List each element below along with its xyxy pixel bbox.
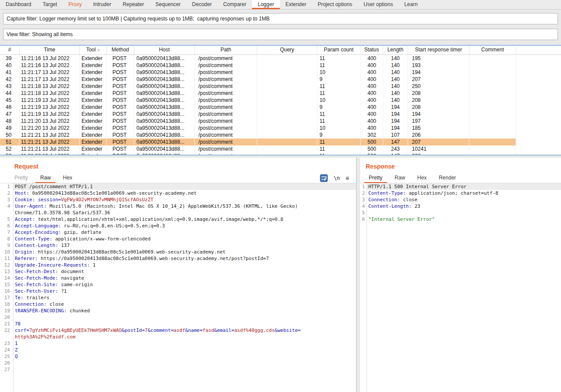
response-line-text: HTTP/1.1 500 Internal Server Error	[367, 183, 561, 190]
log-row[interactable]: 4911:21:20 13 Jul 2022ExtenderPOST0a9500…	[0, 125, 561, 132]
line-number: 27	[0, 366, 13, 373]
log-cell: 11	[317, 62, 360, 69]
column-header-length[interactable]: Length	[383, 46, 408, 54]
log-row[interactable]: 4811:21:20 13 Jul 2022ExtenderPOST0a9500…	[0, 118, 561, 125]
request-line: 22csrf=7gYzhMCiFvi4gBEyUEEk7HmHSHM7xWAO&…	[0, 327, 356, 340]
top-tab-project-options[interactable]: Project options	[312, 0, 358, 9]
log-cell	[257, 62, 317, 69]
column-header-status[interactable]: Status	[360, 46, 383, 54]
column-header-num[interactable]: #	[0, 46, 20, 54]
request-tab-hex[interactable]: Hex	[58, 173, 77, 183]
response-tab-hex[interactable]: Hex	[412, 173, 431, 183]
log-cell: 0a9500020413d88...	[134, 55, 195, 62]
column-header-time[interactable]: Time	[20, 46, 80, 54]
request-editor[interactable]: 1POST /post/comment HTTP/1.12Host: 0a950…	[0, 183, 356, 392]
log-row[interactable]: 5111:21:21 13 Jul 2022ExtenderPOST0a9500…	[0, 139, 561, 145]
log-cell: /post/comment	[195, 132, 257, 139]
top-tab-dashboard[interactable]: Dashboard	[0, 0, 37, 9]
column-header-comment[interactable]: Comment	[469, 46, 516, 54]
log-cell: 0a9500020413d88...	[134, 132, 195, 139]
column-header-param-count[interactable]: Param count	[317, 46, 360, 54]
request-line-text: tRANSFER-ENCODING: chunked	[13, 308, 356, 314]
log-cell: POST	[107, 90, 134, 97]
log-cell	[469, 118, 516, 125]
log-cell: /post/comment	[195, 97, 257, 104]
log-cell: 194	[383, 104, 408, 111]
word-wrap-toggle-icon[interactable]	[320, 174, 328, 182]
log-row[interactable]: 5011:21:21 13 Jul 2022ExtenderPOST0a9500…	[0, 132, 561, 139]
column-header-method[interactable]: Method	[107, 46, 134, 54]
request-tab-raw[interactable]: Raw	[35, 173, 55, 183]
top-tab-proxy[interactable]: Proxy	[63, 0, 88, 9]
request-editor-toolbar: \n ≡	[320, 174, 349, 182]
view-filter-bar[interactable]: View filter: Showing all items	[3, 29, 558, 40]
log-cell-filler	[516, 62, 561, 69]
log-cell: 9	[317, 76, 360, 83]
column-header-tool[interactable]: Tool∧	[80, 46, 107, 54]
log-cell: 207	[408, 139, 469, 145]
top-tab-bar: DashboardTargetProxyIntruderRepeaterSequ…	[0, 0, 561, 10]
log-cell: 194	[383, 125, 408, 132]
log-row[interactable]: 3911:21:16 13 Jul 2022ExtenderPOST0a9500…	[0, 55, 561, 62]
line-number: 1	[0, 183, 13, 190]
request-line: 8Content-Type: application/x-www-form-ur…	[0, 236, 356, 242]
top-tab-sequencer[interactable]: Sequencer	[150, 0, 187, 9]
response-tab-render[interactable]: Render	[434, 173, 461, 183]
log-cell: 0a9500020413d88...	[134, 90, 195, 97]
response-tab-pretty[interactable]: Pretty	[364, 173, 387, 183]
log-row[interactable]: 4511:21:19 13 Jul 2022ExtenderPOST0a9500…	[0, 97, 561, 104]
request-line-text: Accept: text/html,application/xhtml+xml,…	[13, 216, 356, 223]
response-tab-raw[interactable]: Raw	[390, 173, 410, 183]
log-cell: 11	[317, 139, 360, 145]
request-editor-lines: 1POST /post/comment HTTP/1.12Host: 0a950…	[0, 183, 356, 373]
top-tab-decoder[interactable]: Decoder	[187, 0, 218, 9]
top-tab-extender[interactable]: Extender	[280, 0, 312, 9]
log-cell: 51	[0, 139, 20, 145]
response-line: 6"Internal Server Error"	[360, 216, 561, 223]
log-row[interactable]: 4711:21:19 13 Jul 2022ExtenderPOST0a9500…	[0, 111, 561, 118]
top-tab-learn[interactable]: Learn	[398, 0, 423, 9]
log-cell	[469, 111, 516, 118]
request-line: 10Origin: https://0a9500020413d88ac08c5c…	[0, 249, 356, 255]
log-row[interactable]: 4311:21:18 13 Jul 2022ExtenderPOST0a9500…	[0, 83, 561, 90]
top-tab-logger[interactable]: Logger	[252, 0, 279, 9]
column-header-query[interactable]: Query	[257, 46, 317, 54]
log-cell: 11:21:21 13 Jul 2022	[20, 145, 80, 152]
capture-filter-bar[interactable]: Capture filter: Logger memory limit set …	[3, 13, 558, 24]
top-tab-user-options[interactable]: User options	[358, 0, 398, 9]
log-row[interactable]: 4611:21:19 13 Jul 2022ExtenderPOST0a9500…	[0, 104, 561, 111]
log-row[interactable]: 4211:21:17 13 Jul 2022ExtenderPOST0a9500…	[0, 76, 561, 83]
log-cell: 11	[317, 145, 360, 152]
top-tab-comparer[interactable]: Comparer	[218, 0, 252, 9]
column-header-path[interactable]: Path	[195, 46, 257, 54]
log-cell: 11:21:17 13 Jul 2022	[20, 76, 80, 83]
log-row[interactable]: 4011:21:16 13 Jul 2022ExtenderPOST0a9500…	[0, 62, 561, 69]
log-cell: POST	[107, 83, 134, 90]
show-newlines-toggle-icon[interactable]: \n	[333, 175, 340, 181]
log-cell: 11:21:20 13 Jul 2022	[20, 118, 80, 125]
log-row[interactable]: 5311:21:22 13 Jul 2022ExtenderPOST0a9500…	[0, 152, 561, 155]
log-row[interactable]: 4411:21:18 13 Jul 2022ExtenderPOST0a9500…	[0, 90, 561, 97]
request-line: 5Accept: text/html,application/xhtml+xml…	[0, 216, 356, 223]
log-cell: /post/comment	[195, 152, 257, 155]
log-row[interactable]: 5211:21:21 13 Jul 2022ExtenderPOST0a9500…	[0, 145, 561, 152]
log-cell: 400	[360, 83, 383, 90]
log-cell: 107	[383, 132, 408, 139]
log-row[interactable]: 4111:21:17 13 Jul 2022ExtenderPOST0a9500…	[0, 69, 561, 76]
log-cell: 11	[317, 118, 360, 125]
response-line-text: "Internal Server Error"	[367, 216, 561, 223]
log-cell	[257, 76, 317, 83]
top-tab-intruder[interactable]: Intruder	[88, 0, 117, 9]
log-cell: 185	[408, 125, 469, 132]
request-line: 27	[0, 366, 356, 373]
log-cell: 0a9500020413d88...	[134, 152, 195, 155]
log-cell: 302	[360, 132, 383, 139]
editor-menu-icon[interactable]: ≡	[346, 175, 349, 181]
top-tab-target[interactable]: Target	[37, 0, 63, 9]
log-cell: Extender	[80, 139, 107, 145]
response-editor[interactable]: 1HTTP/1.1 500 Internal Server Error2Cont…	[360, 183, 561, 392]
column-header-start-response-timer[interactable]: Start response timer	[408, 46, 469, 54]
column-header-host[interactable]: Host	[134, 46, 195, 54]
top-tab-repeater[interactable]: Repeater	[117, 0, 150, 9]
log-cell	[257, 111, 317, 118]
